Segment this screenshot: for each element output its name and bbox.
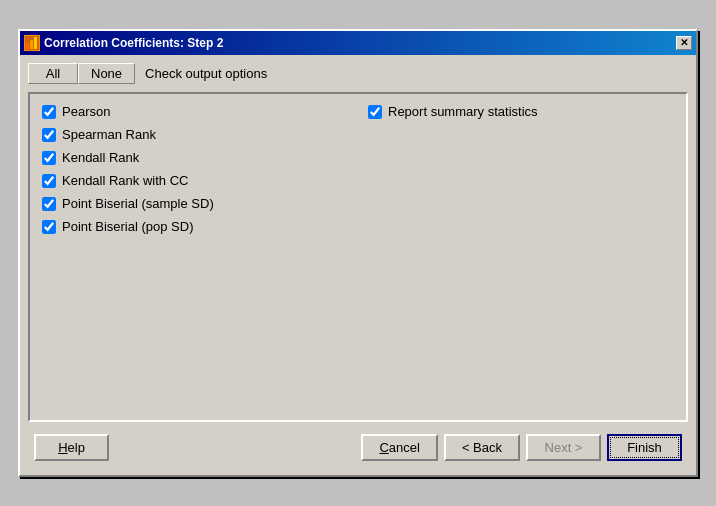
right-column: Report summary statistics bbox=[368, 104, 674, 242]
window-body: All None Check output options Pearson Sp… bbox=[20, 55, 696, 475]
svg-rect-0 bbox=[26, 43, 29, 49]
checkbox-point-biserial-pop: Point Biserial (pop SD) bbox=[42, 219, 348, 234]
footer-left: Help bbox=[34, 434, 109, 461]
point-biserial-sample-label: Point Biserial (sample SD) bbox=[62, 196, 214, 211]
window-title: Correlation Coefficients: Step 2 bbox=[44, 36, 223, 50]
title-bar: Correlation Coefficients: Step 2 ✕ bbox=[20, 31, 696, 55]
point-biserial-pop-label: Point Biserial (pop SD) bbox=[62, 219, 194, 234]
close-button[interactable]: ✕ bbox=[676, 36, 692, 50]
title-bar-left: Correlation Coefficients: Step 2 bbox=[24, 35, 223, 51]
footer-right: Cancel < Back Next > Finish bbox=[361, 434, 682, 461]
report-summary-label: Report summary statistics bbox=[388, 104, 538, 119]
kendall-cc-checkbox[interactable] bbox=[42, 174, 56, 188]
pearson-label: Pearson bbox=[62, 104, 110, 119]
content-area: Pearson Spearman Rank Kendall Rank Kenda… bbox=[28, 92, 688, 422]
instruction-label: Check output options bbox=[145, 66, 267, 81]
checkbox-report-summary: Report summary statistics bbox=[368, 104, 674, 119]
left-column: Pearson Spearman Rank Kendall Rank Kenda… bbox=[42, 104, 348, 242]
kendall-cc-label: Kendall Rank with CC bbox=[62, 173, 188, 188]
checkbox-pearson: Pearson bbox=[42, 104, 348, 119]
back-button[interactable]: < Back bbox=[444, 434, 520, 461]
report-summary-checkbox[interactable] bbox=[368, 105, 382, 119]
svg-rect-2 bbox=[34, 37, 37, 49]
pearson-checkbox[interactable] bbox=[42, 105, 56, 119]
next-button: Next > bbox=[526, 434, 601, 461]
spearman-label: Spearman Rank bbox=[62, 127, 156, 142]
checkbox-kendall-cc: Kendall Rank with CC bbox=[42, 173, 348, 188]
main-window: Correlation Coefficients: Step 2 ✕ All N… bbox=[18, 29, 698, 477]
all-button[interactable]: All bbox=[28, 63, 78, 84]
point-biserial-pop-checkbox[interactable] bbox=[42, 220, 56, 234]
none-button[interactable]: None bbox=[78, 63, 135, 84]
checkbox-kendall: Kendall Rank bbox=[42, 150, 348, 165]
options-columns: Pearson Spearman Rank Kendall Rank Kenda… bbox=[42, 104, 674, 242]
point-biserial-sample-checkbox[interactable] bbox=[42, 197, 56, 211]
footer-buttons: Help Cancel < Back Next > Finish bbox=[28, 430, 688, 467]
kendall-label: Kendall Rank bbox=[62, 150, 139, 165]
checkbox-spearman: Spearman Rank bbox=[42, 127, 348, 142]
app-icon bbox=[24, 35, 40, 51]
kendall-checkbox[interactable] bbox=[42, 151, 56, 165]
svg-rect-1 bbox=[30, 40, 33, 49]
finish-button[interactable]: Finish bbox=[607, 434, 682, 461]
cancel-button[interactable]: Cancel bbox=[361, 434, 437, 461]
toolbar: All None Check output options bbox=[28, 63, 688, 84]
help-button[interactable]: Help bbox=[34, 434, 109, 461]
spearman-checkbox[interactable] bbox=[42, 128, 56, 142]
checkbox-point-biserial-sample: Point Biserial (sample SD) bbox=[42, 196, 348, 211]
